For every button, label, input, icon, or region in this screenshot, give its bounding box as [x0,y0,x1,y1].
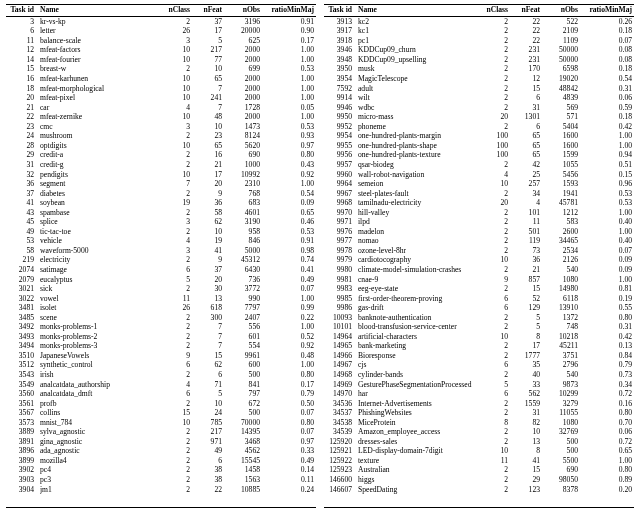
cell-nclass: 2 [160,323,192,332]
table-row: 3510JapaneseVowels91599610.48 [6,352,316,362]
cell-ratio: 0.51 [580,161,634,170]
table-row: 20mfeat-pixel1024120001.00 [6,94,316,104]
cell-ratio: 0.91 [262,237,316,246]
right-table: Task id Name nClass nFeat nObs ratioMinM… [324,4,634,508]
cell-nfeat: 129 [510,304,542,313]
cell-name: wall-robot-navigation [358,171,478,180]
table-row: 6letter2617200000.90 [6,27,316,37]
cell-nfeat: 17 [192,27,224,36]
cell-name: pc1 [358,37,478,46]
table-row: 125922texture114155001.00 [324,457,634,467]
cell-task-id: 29 [6,151,40,160]
col-nobs: nObs [542,6,580,15]
table-row: 3918pc122211090.07 [324,37,634,47]
cell-ratio: 0.24 [262,486,316,495]
cell-ratio: 1.00 [262,46,316,55]
table-header: Task id Name nClass nFeat nObs ratioMinM… [324,5,634,17]
table-row: 9983eeg-eye-state215149800.81 [324,285,634,295]
cell-nobs: 571 [542,113,580,122]
cell-task-id: 9971 [324,218,358,227]
cell-nfeat: 5 [192,390,224,399]
cell-nfeat: 48 [192,113,224,122]
cell-task-id: 3494 [6,342,40,351]
cell-name: vowel [40,295,160,304]
cell-name: adult [358,85,478,94]
cell-task-id: 9950 [324,113,358,122]
cell-name: MiceProtein [358,419,478,428]
cell-nclass: 2 [160,132,192,141]
cell-nobs: 19020 [542,75,580,84]
cell-name: bank-marketing [358,342,478,351]
cell-ratio: 1.00 [262,113,316,122]
cell-name: ozone-level-8hr [358,247,478,256]
table-row: 32pendigits1017109920.92 [6,170,316,180]
cell-name: hill-valley [358,209,478,218]
cell-name: JapaneseVowels [40,352,160,361]
cell-nclass: 10 [160,94,192,103]
cell-task-id: 3896 [6,447,40,456]
table-row: 3891gina_agnostic297134680.97 [6,438,316,448]
cell-nfeat: 123 [510,486,542,495]
cell-task-id: 16 [6,75,40,84]
cell-name: GesturePhaseSegmentationProcessed [358,381,478,390]
table-row: 3021sick23037720.07 [6,285,316,295]
table-row: 3573mnist_78410785700000.80 [6,418,316,428]
cell-nobs: 45781 [542,199,580,208]
table-row: 21car4717280.05 [6,103,316,113]
col-ratio: ratioMinMaj [262,6,316,15]
table-row: 23cmc31014730.53 [6,122,316,132]
cell-task-id: 18 [6,85,40,94]
cell-task-id: 6 [6,27,40,36]
cell-nclass: 100 [478,132,510,141]
cell-nclass: 19 [160,199,192,208]
cell-task-id: 31 [6,161,40,170]
table-row: 9980climate-model-simulation-crashes2215… [324,266,634,276]
cell-nclass: 10 [478,180,510,189]
cell-nobs: 3190 [224,218,262,227]
table-row: 58waveform-500034150000.98 [6,247,316,257]
table-row: 24mushroom22381240.93 [6,132,316,142]
cell-task-id: 14970 [324,390,358,399]
cell-nclass: 2 [160,447,192,456]
col-name: Name [358,6,478,15]
cell-name: mfeat-fourier [40,56,160,65]
cell-nobs: 4562 [224,447,262,456]
table-row: 14966Bioresponse2177737510.84 [324,352,634,362]
cell-nfeat: 6 [192,371,224,380]
cell-nclass: 2 [478,46,510,55]
table-row: 9964semeion1025715930.96 [324,180,634,190]
cell-ratio: 0.43 [262,161,316,170]
cell-nfeat: 65 [192,75,224,84]
cell-ratio: 0.18 [580,27,634,36]
cell-name: sylva_agnostic [40,428,160,437]
cell-name: monks-problems-1 [40,323,160,332]
cell-name: KDDCup09_churn [358,46,478,55]
table-row: 3954MagicTelescope212190200.54 [324,75,634,85]
cell-ratio: 0.79 [262,390,316,399]
table-row: 9950micro-mass2013015710.18 [324,113,634,123]
cell-task-id: 3567 [6,409,40,418]
table-row: 146600higgs229980500.89 [324,476,634,486]
cell-ratio: 0.20 [580,486,634,495]
cell-nfeat: 7 [192,342,224,351]
cell-name: madelon [358,228,478,237]
cell-name: wdbc [358,104,478,113]
cell-name: isolet [40,304,160,313]
cell-ratio: 0.73 [580,371,634,380]
cell-name: cylinder-bands [358,371,478,380]
cell-name: mfeat-factors [40,46,160,55]
cell-nobs: 1600 [542,132,580,141]
cell-task-id: 3954 [324,75,358,84]
table-row: 3950musk217065980.18 [324,65,634,75]
cell-ratio: 1.00 [262,323,316,332]
cell-name: sick [40,285,160,294]
cell-ratio: 0.89 [580,476,634,485]
cell-name: climate-model-simulation-crashes [358,266,478,275]
cell-nfeat: 4 [510,199,542,208]
table-row: 10093banknote-authentication2513720.80 [324,313,634,323]
cell-nfeat: 30 [192,285,224,294]
cell-task-id: 3481 [6,304,40,313]
cell-nfeat: 24 [192,409,224,418]
cell-ratio: 0.18 [580,113,634,122]
cell-nclass: 2 [478,342,510,351]
